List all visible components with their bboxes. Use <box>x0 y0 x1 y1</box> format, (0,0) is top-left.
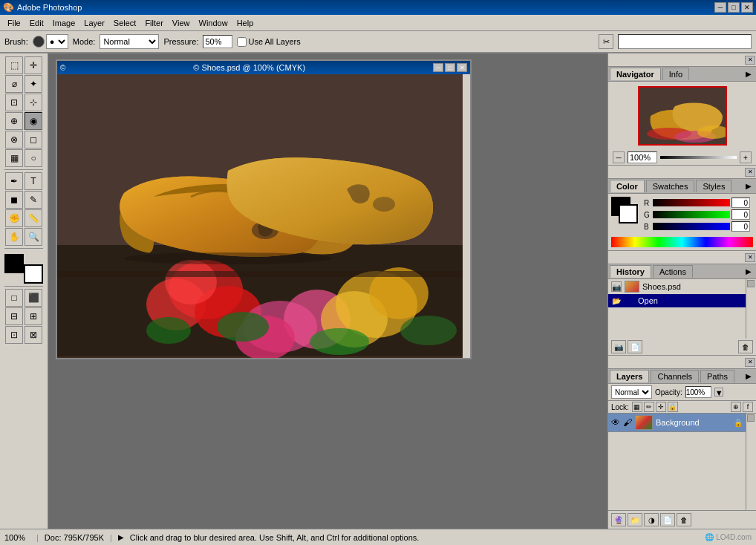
menu-view[interactable]: View <box>168 17 195 29</box>
lasso-tool[interactable]: ⌀ <box>5 75 23 93</box>
screen-mode-btn4[interactable]: ⊠ <box>25 326 42 344</box>
color-menu-btn[interactable]: ▶ <box>743 182 755 190</box>
tab-channels[interactable]: Channels <box>651 370 698 382</box>
delete-layer-btn[interactable]: 🗑 <box>677 513 691 526</box>
layer-brush-icon[interactable]: 🖌 <box>623 417 632 428</box>
menu-file[interactable]: File <box>3 17 25 29</box>
bg-swatch[interactable] <box>619 204 638 223</box>
lock-image-btn[interactable]: ✏ <box>644 402 654 412</box>
menu-layer[interactable]: Layer <box>79 17 109 29</box>
doc-maximize-btn[interactable]: □ <box>445 63 455 72</box>
magic-wand-tool[interactable]: ✦ <box>25 75 42 93</box>
navigator-menu-btn[interactable]: ▶ <box>743 70 755 78</box>
pen-tool[interactable]: ✒ <box>5 172 23 190</box>
slice-tool[interactable]: ⊹ <box>25 94 42 111</box>
dodge-tool[interactable]: ○ <box>25 149 42 167</box>
delete-history-btn[interactable]: 🗑 <box>738 340 753 353</box>
document-canvas[interactable] <box>57 74 463 358</box>
tab-paths[interactable]: Paths <box>700 370 734 382</box>
layers-close-btn[interactable]: ✕ <box>745 358 755 367</box>
red-slider[interactable] <box>653 199 730 206</box>
clone-tool[interactable]: ⊗ <box>5 131 23 149</box>
layer-effects-btn[interactable]: 🔮 <box>611 513 626 526</box>
standard-mode-btn[interactable]: □ <box>5 289 23 307</box>
tab-navigator[interactable]: Navigator <box>610 68 661 80</box>
doc-minimize-btn[interactable]: ─ <box>433 63 443 72</box>
layers-scrollbar[interactable] <box>746 414 756 510</box>
color-spectrum[interactable] <box>611 237 753 247</box>
menu-select[interactable]: Select <box>109 17 141 29</box>
quick-mask-btn[interactable]: ⬛ <box>25 289 42 307</box>
healing-tool[interactable]: ⊕ <box>5 112 23 130</box>
zoom-input[interactable] <box>628 151 657 163</box>
background-color[interactable] <box>24 264 43 284</box>
lock-all-btn[interactable]: 🔒 <box>668 402 678 412</box>
navigator-close-btn[interactable]: ✕ <box>745 56 755 65</box>
doc-close-btn[interactable]: ✕ <box>457 63 467 72</box>
menu-edit[interactable]: Edit <box>25 17 48 29</box>
color-close-btn[interactable]: ✕ <box>745 168 755 177</box>
layer-mode-select[interactable]: Normal <box>611 385 652 399</box>
eraser-tool[interactable]: ◻ <box>25 131 42 149</box>
shape-tool[interactable]: ◼ <box>5 191 23 209</box>
zoom-tool[interactable]: 🔍 <box>25 228 42 246</box>
tab-layers[interactable]: Layers <box>610 370 649 382</box>
eyedropper-tool[interactable]: ✊ <box>5 209 23 227</box>
opacity-input[interactable] <box>685 386 711 398</box>
r-value-input[interactable] <box>731 198 750 208</box>
foreground-color[interactable] <box>4 254 24 273</box>
brush-size-select[interactable]: ● <box>46 34 68 49</box>
layer-fx-btn[interactable]: f <box>743 402 753 412</box>
tab-info[interactable]: Info <box>662 68 689 80</box>
screen-mode-btn1[interactable]: ⊟ <box>5 307 23 325</box>
notes-tool[interactable]: ✎ <box>25 191 42 209</box>
options-extra-btn[interactable]: ✂ <box>599 34 613 49</box>
new-layer-set-btn[interactable]: 📁 <box>628 513 642 526</box>
screen-mode-btn3[interactable]: ⊡ <box>5 326 23 344</box>
zoom-slider[interactable] <box>660 156 737 159</box>
layer-background[interactable]: 👁 🖌 Background 🔒 <box>608 414 746 432</box>
g-value-input[interactable] <box>731 209 750 220</box>
new-fill-btn[interactable]: ◑ <box>644 513 659 526</box>
green-slider[interactable] <box>653 211 730 218</box>
close-button[interactable]: ✕ <box>741 2 753 13</box>
menu-filter[interactable]: Filter <box>140 17 167 29</box>
blue-slider[interactable] <box>653 223 730 230</box>
new-snapshot-btn[interactable]: 📷 <box>611 340 626 353</box>
layer-visibility-icon[interactable]: 👁 <box>611 417 620 428</box>
zoom-in-btn[interactable]: + <box>740 151 752 163</box>
history-item-source[interactable]: 📷 Shoes.psd <box>608 279 746 294</box>
layers-menu-btn[interactable]: ▶ <box>743 372 755 380</box>
menu-help[interactable]: Help <box>232 17 258 29</box>
lock-position-btn[interactable]: ✛ <box>656 402 666 412</box>
gradient-tool[interactable]: ▦ <box>5 149 23 167</box>
zoom-out-btn[interactable]: ─ <box>613 151 625 163</box>
blur-tool[interactable]: ◉ <box>25 112 42 130</box>
menu-window[interactable]: Window <box>195 17 232 29</box>
screen-mode-btn2[interactable]: ⊞ <box>25 307 42 325</box>
text-tool[interactable]: T <box>25 172 42 190</box>
new-doc-from-state-btn[interactable]: 📄 <box>628 340 642 353</box>
crop-tool[interactable]: ⊡ <box>5 94 23 111</box>
pressure-input[interactable] <box>203 35 232 48</box>
tab-swatches[interactable]: Swatches <box>646 180 695 192</box>
b-value-input[interactable] <box>731 221 750 232</box>
hand-tool[interactable]: ✋ <box>5 228 23 246</box>
tab-actions[interactable]: Actions <box>653 265 693 278</box>
history-scrollbar[interactable] <box>746 279 756 339</box>
lock-transparent-btn[interactable]: ▦ <box>632 402 642 412</box>
opacity-arrow-btn[interactable]: ▼ <box>714 388 723 396</box>
tab-history[interactable]: History <box>610 265 651 278</box>
history-close-btn[interactable]: ✕ <box>745 253 755 262</box>
use-all-layers-checkbox[interactable] <box>237 37 247 47</box>
marquee-tool[interactable]: ⬚ <box>5 56 23 74</box>
menu-image[interactable]: Image <box>48 17 80 29</box>
history-item-open[interactable]: 📂 Open <box>608 294 746 307</box>
tab-styles[interactable]: Styles <box>696 180 731 192</box>
measure-tool[interactable]: 📏 <box>25 209 42 227</box>
layer-link-btn[interactable]: ⊕ <box>731 402 741 412</box>
minimize-button[interactable]: ─ <box>714 2 726 13</box>
tab-color[interactable]: Color <box>610 180 645 192</box>
history-menu-btn[interactable]: ▶ <box>743 267 755 275</box>
maximize-button[interactable]: □ <box>728 2 740 13</box>
